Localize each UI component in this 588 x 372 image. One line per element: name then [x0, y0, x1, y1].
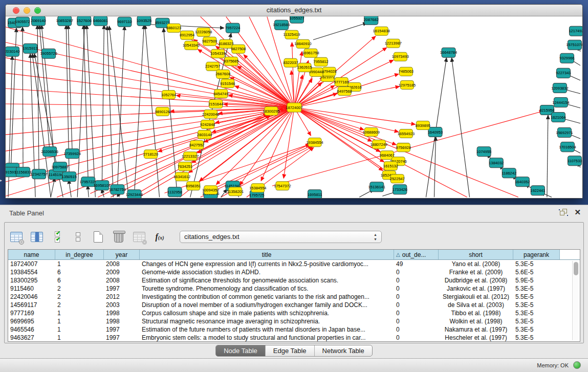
graph-node-teal[interactable]: 1922441: [530, 186, 545, 195]
cell-in_degree[interactable]: 2: [55, 293, 104, 301]
graph-node-yellow[interactable]: 8939895: [416, 121, 430, 130]
citation-edge[interactable]: [90, 114, 267, 193]
column-header-in_degree[interactable]: in_degree: [55, 250, 104, 259]
table-row[interactable]: 1830029562008Estimation of significance …: [8, 276, 580, 285]
table-row[interactable]: 1456911722003Disruption of a novel membe…: [8, 301, 580, 309]
graph-node-teal[interactable]: 1695811: [308, 190, 322, 198]
graph-node-yellow[interactable]: 2151644: [208, 99, 223, 108]
cell-in_degree[interactable]: 1: [55, 325, 104, 334]
graph-node-teal[interactable]: 7957224: [225, 23, 240, 33]
network-view-window[interactable]: citations_edges.txt 15405571905572206914…: [5, 4, 583, 199]
cell-in_degree[interactable]: 2: [55, 285, 104, 293]
table-row[interactable]: 969969511998Structural magnetic resonanc…: [8, 317, 580, 325]
graph-node-yellow[interactable]: 7485063: [399, 67, 413, 76]
minimize-window-button[interactable]: [24, 7, 30, 14]
graph-node-yellow[interactable]: 10688609: [363, 128, 380, 137]
column-header-pagerank[interactable]: pagerank: [513, 250, 560, 259]
graph-node-yellow[interactable]: 9375685: [224, 57, 238, 65]
cell-name[interactable]: 9465546: [8, 325, 55, 334]
graph-node-yellow[interactable]: 8322037: [283, 58, 298, 67]
cell-title[interactable]: Disruption of a novel member of a sodium…: [140, 301, 394, 309]
cell-out_de[interactable]: 0: [394, 309, 439, 317]
table-row[interactable]: 977716911998Corpus callosum shape and si…: [8, 309, 580, 317]
graph-node-teal[interactable]: 11156833: [15, 167, 31, 177]
close-panel-icon[interactable]: ✕: [574, 209, 581, 216]
graph-node-yellow[interactable]: 16961758: [302, 49, 319, 57]
cell-name[interactable]: 9115460: [8, 285, 55, 293]
graph-node-teal[interactable]: 9697110: [117, 17, 132, 27]
graph-node-yellow[interactable]: 18640910: [294, 39, 311, 48]
graph-node-teal[interactable]: 12923448: [126, 190, 143, 198]
table-row[interactable]: 1872400712008Changes of HCN gene express…: [8, 260, 580, 268]
node-table[interactable]: namein_degreeyeartitle△out_de...shortpag…: [8, 249, 580, 342]
scrollbar-thumb[interactable]: [574, 262, 578, 275]
citation-edge[interactable]: [77, 25, 84, 198]
cell-year[interactable]: 1998: [104, 317, 140, 325]
graph-node-yellow[interactable]: 8427552: [189, 141, 204, 149]
graph-node-yellow[interactable]: 2667608: [215, 70, 230, 78]
table-row[interactable]: 946362711997Embryonic stem cells: a mode…: [8, 334, 580, 342]
graph-node-yellow[interactable]: 18807249: [371, 140, 387, 149]
graph-node-yellow[interactable]: 9151546: [220, 79, 235, 87]
graph-node-teal[interactable]: 17016504: [559, 142, 576, 152]
graph-node-yellow[interactable]: 15384554: [249, 184, 266, 192]
graph-node-teal[interactable]: 15692971: [556, 128, 573, 138]
citation-edge[interactable]: [68, 25, 72, 154]
graph-node-yellow[interactable]: 6497568: [337, 86, 352, 95]
cell-short[interactable]: Stergiakouli et al. (2012): [439, 293, 513, 301]
graph-node-yellow[interactable]: 16341612: [173, 172, 190, 181]
cell-out_de[interactable]: 0: [394, 317, 439, 325]
graph-node-yellow[interactable]: 11325419: [284, 30, 300, 39]
graph-node-teal[interactable]: 1093525: [137, 16, 151, 26]
close-window-button[interactable]: [13, 7, 19, 14]
graph-node-teal[interactable]: 2069140: [31, 16, 46, 26]
tab-edge-table[interactable]: Edge Table: [266, 345, 315, 356]
cell-title[interactable]: Embryonic stem cells: a model to study s…: [140, 334, 394, 342]
graph-node-yellow[interactable]: 8454749: [213, 89, 228, 98]
citation-network-graph[interactable]: 1540557190557220691401085328715276066466…: [6, 16, 582, 198]
column-header-out_de[interactable]: △out_de...: [394, 250, 439, 259]
graph-node-yellow[interactable]: 10543342: [183, 41, 200, 50]
cell-out_de[interactable]: 0: [394, 285, 439, 293]
cell-in_degree[interactable]: 6: [55, 268, 104, 276]
graph-node-yellow[interactable]: 10973493: [392, 52, 409, 61]
column-header-name[interactable]: name: [8, 250, 55, 259]
citation-edge[interactable]: [88, 185, 89, 197]
citation-edge[interactable]: [547, 115, 548, 197]
citation-edge[interactable]: [313, 23, 367, 40]
cell-short[interactable]: Nakamura et al. (1997): [439, 325, 513, 334]
cell-pagerank[interactable]: 5.6E-5: [513, 268, 560, 276]
tab-network-table[interactable]: Network Table: [315, 345, 372, 356]
graph-node-yellow[interactable]: 17547372: [274, 182, 291, 190]
graph-node-teal[interactable]: 1640953: [428, 127, 443, 137]
graph-node-teal[interactable]: 16782759: [109, 185, 126, 194]
graph-node-teal[interactable]: 12093832: [551, 83, 568, 93]
cell-in_degree[interactable]: 1: [55, 334, 104, 342]
citation-edge[interactable]: [139, 24, 224, 28]
cell-pagerank[interactable]: 5.3E-5: [513, 285, 560, 293]
cell-out_de[interactable]: 0: [394, 268, 439, 276]
cell-out_de[interactable]: 49: [394, 260, 439, 268]
table-row[interactable]: 946554611997Estimation of the future num…: [8, 325, 580, 334]
window-titlebar[interactable]: citations_edges.txt: [6, 5, 582, 16]
table-row[interactable]: 911546021997Tourette syndrome. Phenomeno…: [8, 285, 580, 293]
graph-node-teal[interactable]: 12444154: [552, 97, 569, 107]
column-header-title[interactable]: title: [140, 250, 394, 259]
graph-node-yellow[interactable]: 9890126: [155, 107, 170, 116]
cell-short[interactable]: Franke et al. (2009): [439, 268, 513, 276]
graph-node-teal[interactable]: 1640352: [515, 177, 530, 187]
cell-out_de[interactable]: 0: [394, 276, 439, 285]
graph-node-yellow[interactable]: 11358201: [227, 187, 244, 196]
table-mode-button[interactable]: [71, 230, 84, 244]
cell-name[interactable]: 14569117: [8, 301, 55, 309]
cell-title[interactable]: Corpus callosum shape and size in male p…: [140, 309, 394, 317]
citation-edge[interactable]: [284, 107, 294, 178]
cell-pagerank[interactable]: 5.3E-5: [513, 325, 560, 334]
cell-year[interactable]: 1998: [104, 309, 140, 317]
graph-node-yellow[interactable]: 19384554: [306, 138, 323, 147]
cell-name[interactable]: 9777169: [8, 309, 55, 317]
cell-year[interactable]: 1997: [104, 334, 140, 342]
graph-node-yellow[interactable]: 16554923: [398, 129, 415, 138]
graph-node-teal[interactable]: 1905572: [15, 17, 30, 27]
citation-edge[interactable]: [220, 70, 294, 107]
